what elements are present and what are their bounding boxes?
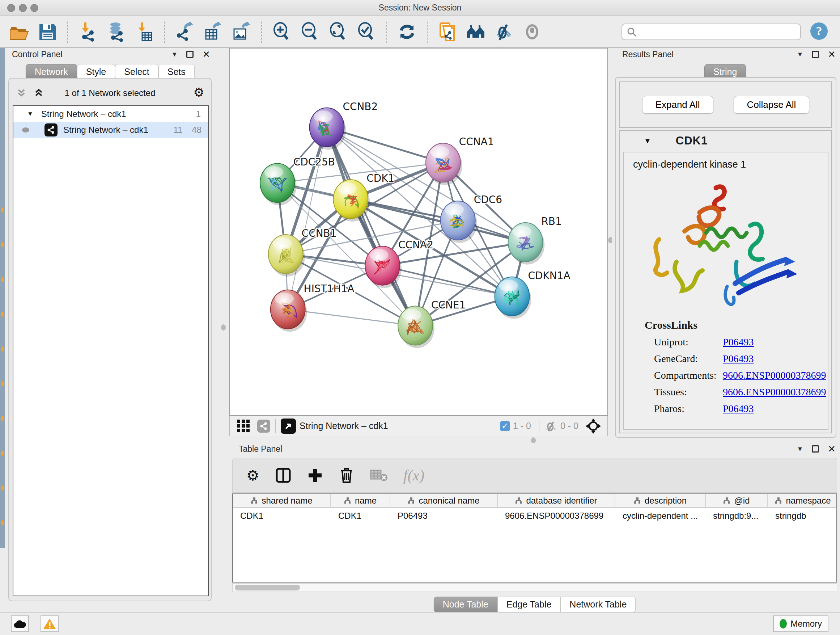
column-header-namespace[interactable]: namespace: [768, 494, 837, 507]
edge-CCNB2-CCNE1[interactable]: [327, 127, 416, 326]
network-overview-icon[interactable]: [257, 420, 270, 432]
show-all-button[interactable]: [518, 18, 546, 46]
selected-checkbox[interactable]: ✓: [500, 421, 510, 431]
background-window-dot: [1, 312, 4, 317]
open-session-button[interactable]: [5, 18, 33, 46]
column-header-id[interactable]: @id: [706, 494, 768, 507]
node-CCNE1[interactable]: CCNE1: [398, 299, 466, 348]
import-table-button[interactable]: [130, 18, 158, 46]
network-row[interactable]: String Network – cdk1 11 48: [13, 122, 208, 138]
panel-close-icon[interactable]: ✕: [828, 445, 836, 453]
node-CDC6[interactable]: CDC6: [441, 194, 502, 243]
node-HIST1H1A[interactable]: HIST1H1A: [271, 283, 355, 332]
export-network-button[interactable]: [171, 18, 199, 46]
gene-collapse-icon[interactable]: ▼: [644, 137, 651, 145]
panel-collapse-icon[interactable]: ▼: [797, 445, 803, 453]
zoom-in-button[interactable]: [268, 18, 296, 46]
expand-all-button[interactable]: Expand All: [642, 96, 714, 114]
zoom-fit-icon: [328, 22, 348, 42]
panel-float-icon[interactable]: [812, 445, 819, 453]
panel-float-icon[interactable]: [186, 51, 194, 58]
table-cell[interactable]: stringdb:9...: [706, 511, 768, 521]
edge-CCNA2-CDKN1A[interactable]: [382, 266, 512, 296]
left-splitter-handle[interactable]: [221, 325, 226, 331]
scrollbar-thumb[interactable]: [235, 585, 300, 591]
node-CDKN1A[interactable]: CDKN1A: [495, 270, 570, 319]
export-image-button[interactable]: [227, 18, 256, 46]
table-cell[interactable]: 9606.ENSP00000378699: [498, 511, 615, 521]
tab-network-table[interactable]: Network Table: [561, 597, 636, 612]
network-canvas[interactable]: CCNB2CCNA1CDC25BCDK1CDC6RB1CCNB1CCNA2CDK…: [229, 48, 608, 416]
toolbar-separator: [275, 419, 276, 433]
add-column-icon[interactable]: [307, 467, 323, 483]
column-header-canonicalname[interactable]: canonical name: [390, 494, 498, 507]
crosslink-link[interactable]: P06493: [723, 336, 754, 348]
collapse-all-button[interactable]: Collapse All: [734, 96, 810, 114]
grid-view-icon[interactable]: [236, 419, 251, 433]
table-row[interactable]: CDK1CDK1P064939606.ENSP00000378699cyclin…: [233, 508, 836, 524]
save-session-button[interactable]: [33, 18, 62, 46]
birdseye-view-button[interactable]: [281, 418, 296, 434]
zoom-out-button[interactable]: [296, 18, 324, 46]
crosslinks-section: CrossLinks Uniprot:P06493GeneCard:P06493…: [624, 319, 828, 415]
node-label-CCNE1: CCNE1: [431, 299, 466, 311]
import-network-button[interactable]: [74, 18, 102, 46]
tab-select[interactable]: Select: [115, 64, 158, 80]
export-table-icon: [203, 22, 223, 42]
node-label-CDK1: CDK1: [366, 172, 394, 184]
panel-float-icon[interactable]: [812, 51, 819, 58]
table-cell[interactable]: CDK1: [233, 511, 331, 521]
cloud-status-button[interactable]: [11, 616, 29, 632]
column-header-databaseidentifier[interactable]: database identifier: [498, 494, 615, 507]
table-cell[interactable]: P06493: [390, 511, 498, 521]
memory-label: Memory: [790, 619, 822, 629]
tab-sets[interactable]: Sets: [158, 64, 195, 80]
node-RB1[interactable]: RB1: [508, 215, 562, 264]
panel-close-icon[interactable]: ✕: [202, 51, 210, 58]
table-options-gear-icon[interactable]: ⚙: [246, 467, 259, 484]
horizontal-scrollbar[interactable]: [232, 583, 837, 592]
column-header-sharedname[interactable]: shared name: [233, 494, 331, 507]
edge-CCNB2-HIST1H1A[interactable]: [288, 127, 327, 310]
memory-button[interactable]: Memory: [773, 616, 829, 632]
network-snapshot-button[interactable]: [433, 18, 462, 46]
tab-style[interactable]: Style: [77, 64, 115, 80]
panel-collapse-icon[interactable]: ▼: [797, 51, 803, 58]
column-header-name[interactable]: name: [331, 494, 390, 507]
zoom-fit-button[interactable]: [324, 18, 352, 46]
table-cell[interactable]: CDK1: [331, 511, 390, 521]
hide-selected-button[interactable]: [490, 18, 518, 46]
crosshair-navigate-icon[interactable]: [585, 418, 602, 434]
crosslink-link[interactable]: 9606.ENSP00000378699: [723, 370, 826, 381]
crosslink-link[interactable]: P06493: [723, 403, 754, 415]
search-input[interactable]: [622, 24, 801, 40]
table-cell[interactable]: cyclin-dependent ...: [615, 511, 706, 521]
refresh-button[interactable]: [393, 18, 421, 46]
show-columns-icon[interactable]: [275, 467, 291, 483]
network-collection-row[interactable]: ▼ String Network – cdk1 1: [13, 106, 208, 122]
import-table-icon: [134, 22, 155, 42]
tree-expand-icon[interactable]: ▼: [27, 111, 33, 118]
table-cell[interactable]: stringdb: [768, 511, 837, 521]
node-CCNB1[interactable]: CCNB1: [268, 227, 337, 277]
warning-status-button[interactable]: [41, 616, 58, 632]
panel-close-icon[interactable]: ✕: [828, 51, 836, 58]
panel-collapse-icon[interactable]: ▼: [171, 51, 178, 58]
delete-column-icon[interactable]: [339, 467, 354, 484]
help-button[interactable]: ?: [810, 22, 829, 42]
first-neighbors-button[interactable]: [462, 18, 490, 46]
crosslink-link[interactable]: 9606.ENSP00000378699: [723, 386, 826, 398]
tab-edge-table[interactable]: Edge Table: [497, 597, 561, 612]
crosslink-row: Compartments:9606.ENSP00000378699: [654, 370, 828, 381]
tab-node-table[interactable]: Node Table: [434, 597, 497, 612]
node-table[interactable]: shared namenamecanonical namedatabase id…: [232, 494, 837, 583]
export-table-button[interactable]: [199, 18, 227, 46]
import-network-from-database-button[interactable]: [102, 18, 130, 46]
network-options-gear-icon[interactable]: ⚙: [194, 85, 204, 100]
crosslink-link[interactable]: P06493: [723, 353, 754, 364]
zoom-selected-button[interactable]: [352, 18, 381, 46]
tab-network[interactable]: Network: [26, 64, 77, 80]
column-sort-icon: [723, 497, 730, 504]
gene-section-header[interactable]: ▼ CDK1: [620, 131, 831, 151]
column-header-description[interactable]: description: [615, 494, 706, 507]
